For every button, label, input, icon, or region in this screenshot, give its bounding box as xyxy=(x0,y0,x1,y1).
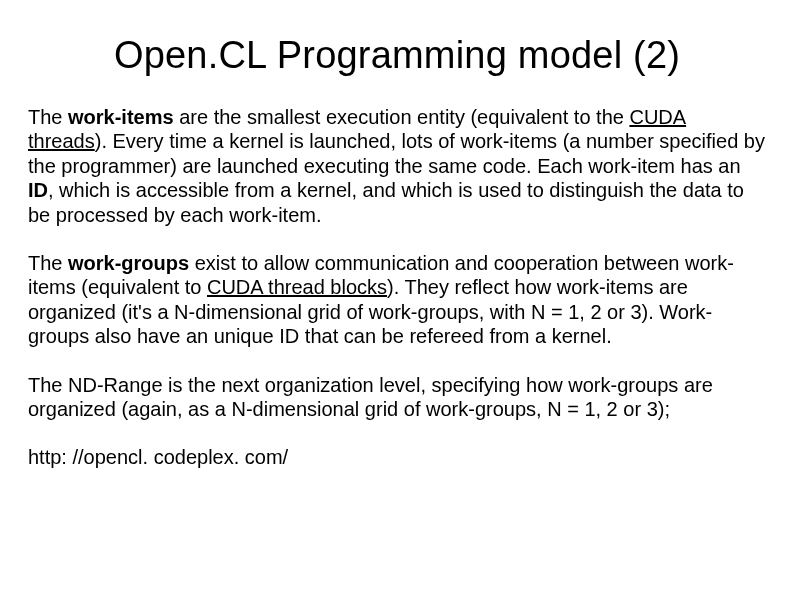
text: The ND-Range is the next organization le… xyxy=(28,374,713,420)
slide-container: Open.CL Programming model (2) The work-i… xyxy=(0,0,794,595)
bold-work-groups: work-groups xyxy=(68,252,189,274)
paragraph-work-items: The work-items are the smallest executio… xyxy=(28,105,766,227)
text: ). Every time a kernel is launched, lots… xyxy=(28,130,765,176)
bold-work-items: work-items xyxy=(68,106,174,128)
text: The xyxy=(28,106,68,128)
source-url: http: //opencl. codeplex. com/ xyxy=(28,445,766,469)
text: are the smallest execution entity (equiv… xyxy=(174,106,630,128)
paragraph-nd-range: The ND-Range is the next organization le… xyxy=(28,373,766,422)
paragraph-work-groups: The work-groups exist to allow communica… xyxy=(28,251,766,349)
text: The xyxy=(28,252,68,274)
text: , which is accessible from a kernel, and… xyxy=(28,179,744,225)
underline-cuda-thread-blocks: CUDA thread blocks xyxy=(207,276,387,298)
slide-title: Open.CL Programming model (2) xyxy=(28,34,766,77)
bold-id: ID xyxy=(28,179,48,201)
